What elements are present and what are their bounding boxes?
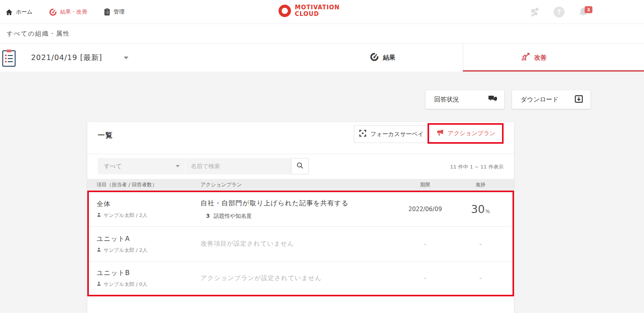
survey-icon (2, 49, 16, 69)
main-content: 回答状況 ダウンロード 一覧 フォーカスサーベイ (0, 72, 644, 313)
logo-ring-icon (279, 5, 291, 17)
panel-header: 一覧 フォーカスサーベイ アクションプラン (87, 122, 514, 154)
col-header-progress: 進捗 (456, 181, 505, 188)
item-cell: 全体 サンプル太郎 / 2人 (97, 192, 201, 226)
download-icon (574, 94, 583, 105)
response-status-button[interactable]: 回答状況 (426, 90, 504, 109)
deadline-value: - (424, 275, 426, 282)
deadline-cell: - (394, 261, 456, 295)
chat-bubbles-icon (488, 95, 497, 105)
focus-survey-button[interactable]: フォーカスサーベイ (354, 125, 429, 143)
progress-unit: % (486, 209, 490, 214)
breadcrumb: すべての組織・属性 (7, 30, 70, 38)
search-button[interactable] (291, 158, 309, 174)
top-nav: ホーム 結果・改善 管理 MOTIVATION CLOUD (0, 0, 644, 24)
nav-item-label: ホーム (16, 9, 33, 15)
focus-icon (359, 129, 367, 139)
list-panel: 一覧 フォーカスサーベイ アクションプラン (87, 122, 514, 313)
plan-category: 話題性や知名度 (214, 213, 252, 219)
table-header: 項目（担当者 / 回答者数） アクションプラン 期限 進捗 (87, 179, 514, 191)
search-icon (296, 162, 304, 171)
chart-up-icon (521, 52, 530, 63)
nav-left: ホーム 結果・改善 管理 (5, 0, 125, 24)
progress-cell: - (456, 227, 505, 261)
person-icon (97, 247, 101, 253)
rows-highlight-box: 全体 サンプル太郎 / 2人 自社・自部門が取り上げられた記事を共有する 3話題… (87, 191, 514, 296)
action-plan-highlight-box: アクションプラン (428, 123, 504, 144)
person-icon (97, 281, 101, 287)
response-status-label: 回答状況 (434, 96, 459, 104)
nav-right: ? 3 (529, 0, 589, 24)
person-icon (97, 212, 101, 218)
item-name: ユニットB (97, 268, 201, 277)
tab-divider (463, 44, 463, 72)
tab-label: 結果 (383, 54, 395, 62)
item-name: ユニットA (97, 234, 201, 243)
table-row[interactable]: 全体 サンプル太郎 / 2人 自社・自部門が取り上げられた記事を共有する 3話題… (89, 192, 512, 227)
progress-cell: - (456, 261, 505, 295)
help-glyph: ? (554, 7, 564, 17)
plan-number: 3 (206, 213, 210, 219)
item-name: 全体 (97, 199, 201, 208)
owner-label: サンプル太郎 / 2人 (104, 212, 147, 219)
progress-value: - (480, 241, 481, 248)
deadline-value: 2022/06/09 (409, 206, 442, 213)
deadline-cell: - (394, 227, 456, 261)
plan-category-line: 3話題性や知名度 (206, 213, 394, 220)
nav-item-results-improve[interactable]: 結果・改善 (49, 8, 87, 16)
focus-survey-label: フォーカスサーベイ (370, 131, 424, 138)
col-header-item: 項目（担当者 / 回答者数） (97, 181, 201, 188)
home-icon (5, 9, 13, 16)
plan-empty-text: 改善項目が設定されていません (201, 240, 394, 248)
col-header-action-plan: アクションプラン (201, 181, 394, 188)
chevron-down-icon (176, 165, 180, 167)
download-label: ダウンロード (521, 96, 559, 104)
progress-value: 30% (471, 203, 490, 216)
download-button[interactable]: ダウンロード (512, 90, 590, 109)
filter-dropdown[interactable]: すべて (98, 158, 185, 174)
item-cell: ユニットA サンプル太郎 / 2人 (97, 227, 201, 261)
nav-item-label: 管理 (114, 9, 125, 15)
help-icon[interactable]: ? (553, 6, 565, 18)
owner-line: サンプル太郎 / 2人 (97, 212, 201, 219)
filter-row: すべて 11 件中 1 ~ 11 件表示 (87, 154, 514, 179)
table-row[interactable]: ユニットA サンプル太郎 / 2人 改善項目が設定されていません - (89, 227, 512, 261)
tab-results[interactable]: 結果 (370, 44, 395, 72)
item-cell: ユニットB サンプル太郎 / 0人 (97, 261, 201, 295)
plan-cell: 改善項目が設定されていません (201, 227, 394, 261)
plan-empty-text: アクションプランが設定されていません (201, 274, 394, 282)
bell-icon[interactable]: 3 (577, 6, 589, 18)
app-screen: ホーム 結果・改善 管理 MOTIVATION CLOUD (0, 0, 644, 313)
breadcrumb-bar: すべての組織・属性 (0, 24, 644, 44)
table-row[interactable]: ユニットB サンプル太郎 / 0人 アクションプランが設定されていません - (89, 261, 512, 295)
deadline-cell: 2022/06/09 (394, 192, 456, 226)
cluster-icon[interactable] (529, 6, 541, 18)
plan-cell: アクションプランが設定されていません (201, 261, 394, 295)
survey-date-label: 2021/04/19 [最新] (31, 53, 102, 63)
progress-value: - (480, 275, 481, 282)
survey-date-select[interactable]: 2021/04/19 [最新] (31, 44, 128, 72)
nav-item-admin[interactable]: 管理 (104, 8, 125, 16)
deadline-value: - (424, 241, 426, 248)
owner-label: サンプル太郎 / 0人 (104, 281, 147, 288)
search-input[interactable] (185, 158, 291, 174)
tab-improve[interactable]: 改善 (521, 44, 547, 72)
plan-title: 自社・自部門が取り上げられた記事を共有する (201, 199, 394, 208)
action-plan-button[interactable]: アクションプラン (429, 125, 502, 142)
survey-bar: 2021/04/19 [最新] 結果 改善 (0, 44, 644, 72)
nav-item-home[interactable]: ホーム (5, 9, 33, 16)
filter-selected-value: すべて (104, 163, 122, 170)
result-count: 11 件中 1 ~ 11 件表示 (450, 163, 504, 170)
nav-item-label: 結果・改善 (60, 9, 87, 15)
chevron-down-icon (124, 57, 128, 59)
action-plan-label: アクションプラン (448, 130, 495, 137)
tab-label: 改善 (534, 54, 547, 62)
plan-cell: 自社・自部門が取り上げられた記事を共有する 3話題性や知名度 (201, 192, 394, 226)
brand-logo[interactable]: MOTIVATION CLOUD (279, 4, 340, 18)
notification-badge: 3 (585, 6, 592, 13)
megaphone-icon (436, 129, 444, 138)
panel-title: 一覧 (98, 131, 113, 140)
progress-cell: 30% (456, 192, 505, 226)
clipboard-icon (104, 8, 111, 16)
gauge-icon (370, 52, 379, 63)
